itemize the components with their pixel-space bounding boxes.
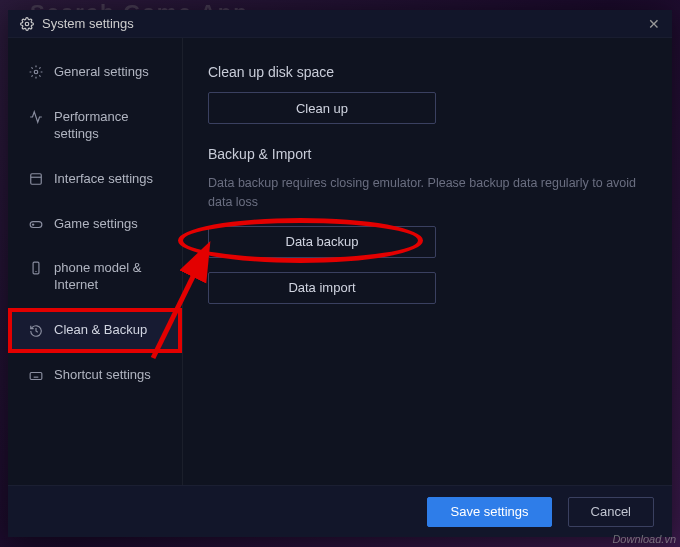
svg-rect-2: [31, 174, 42, 185]
sidebar-item-label: General settings: [54, 64, 168, 81]
watermark-text: Download.vn: [612, 533, 676, 545]
phone-icon: [28, 260, 44, 276]
modal-body: General settings Performance settings In…: [8, 38, 672, 485]
layout-icon: [28, 171, 44, 187]
save-button[interactable]: Save settings: [427, 497, 551, 527]
sidebar-item-performance[interactable]: Performance settings: [8, 95, 182, 157]
svg-point-1: [34, 71, 38, 75]
sidebar-item-label: Shortcut settings: [54, 367, 168, 384]
backup-section-title: Backup & Import: [208, 146, 644, 162]
backup-helper-text: Data backup requires closing emulator. P…: [208, 174, 638, 212]
keyboard-icon: [28, 368, 44, 384]
cleanup-section-title: Clean up disk space: [208, 64, 644, 80]
svg-rect-7: [33, 263, 39, 275]
gear-icon: [28, 64, 44, 80]
sidebar-item-game[interactable]: Game settings: [8, 202, 182, 247]
sidebar-item-label: Performance settings: [54, 109, 168, 143]
sidebar: General settings Performance settings In…: [8, 38, 183, 485]
sidebar-item-label: Clean & Backup: [54, 322, 168, 339]
cancel-button[interactable]: Cancel: [568, 497, 654, 527]
pulse-icon: [28, 109, 44, 125]
content-pane: Clean up disk space Clean up Backup & Im…: [183, 38, 672, 485]
sidebar-item-phone-model[interactable]: phone model & Internet: [8, 246, 182, 308]
gamepad-icon: [28, 216, 44, 232]
svg-rect-4: [30, 222, 42, 228]
sidebar-item-clean-backup[interactable]: Clean & Backup: [8, 308, 182, 353]
sidebar-item-general[interactable]: General settings: [8, 50, 182, 95]
data-backup-button[interactable]: Data backup: [208, 226, 436, 258]
clean-up-button[interactable]: Clean up: [208, 92, 436, 124]
window-title: System settings: [42, 16, 134, 31]
titlebar: System settings ✕: [8, 10, 672, 38]
gear-icon: [20, 17, 34, 31]
sidebar-item-interface[interactable]: Interface settings: [8, 157, 182, 202]
sidebar-item-label: Interface settings: [54, 171, 168, 188]
close-icon[interactable]: ✕: [648, 16, 660, 32]
sidebar-item-shortcut[interactable]: Shortcut settings: [8, 353, 182, 398]
footer: Save settings Cancel: [8, 485, 672, 537]
data-import-button[interactable]: Data import: [208, 272, 436, 304]
sidebar-item-label: Game settings: [54, 216, 168, 233]
history-icon: [28, 323, 44, 339]
sidebar-item-label: phone model & Internet: [54, 260, 168, 294]
settings-modal: System settings ✕ General settings Perfo…: [8, 10, 672, 537]
svg-rect-9: [30, 372, 42, 379]
svg-point-0: [25, 22, 29, 26]
